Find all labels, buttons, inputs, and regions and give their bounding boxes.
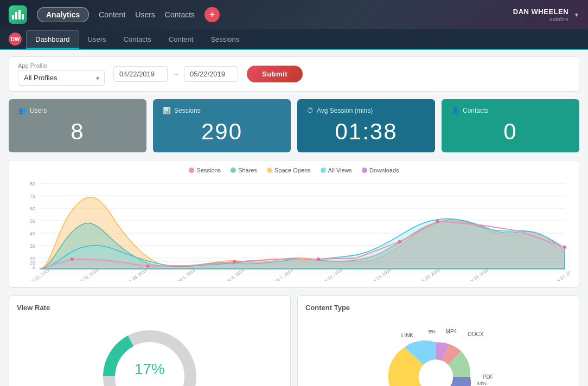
svg-text:May 22, 2019: May 22, 2019 (552, 267, 570, 281)
svg-text:40: 40 (30, 231, 35, 236)
svg-text:May 19, 2019: May 19, 2019 (465, 267, 490, 281)
content-type-svg: PDF 44% JPG 24% PNG 19% LINK 5% MP4 DOCX (351, 323, 525, 386)
date-to-input[interactable] (184, 66, 238, 82)
legend-downloads: Downloads (362, 167, 399, 173)
content-type-panel: Content Type (297, 295, 579, 386)
top-nav: Analytics Content Users Contacts + DAN W… (0, 0, 588, 29)
date-from-input[interactable] (113, 66, 168, 82)
plus-button[interactable]: + (204, 7, 220, 22)
nav-item-contacts[interactable]: Contacts (165, 10, 195, 19)
svg-text:Apr 25, 2019: Apr 25, 2019 (76, 268, 99, 281)
svg-text:50: 50 (30, 218, 35, 224)
svg-text:30: 30 (30, 243, 35, 249)
session-dot-7 (563, 246, 566, 249)
app-profile-select[interactable]: All Profiles (18, 70, 105, 86)
svg-text:Apr 28, 2019: Apr 28, 2019 (125, 268, 148, 281)
subnav-users[interactable]: Users (79, 31, 115, 49)
stat-card-users: 👥 Users 8 (9, 99, 146, 152)
label-docx: DOCX (468, 331, 484, 337)
stat-card-sessions: 📊 Sessions 290 (153, 99, 291, 152)
value-pdf: 44% (477, 381, 487, 386)
svg-text:May 13, 2019: May 13, 2019 (368, 267, 392, 281)
label-pdf: PDF (483, 374, 494, 380)
analytics-nav-button[interactable]: Analytics (37, 7, 89, 22)
main-chart-svg: 80 70 60 50 40 30 20 10 0 (18, 178, 570, 281)
subnav-dashboard[interactable]: Dashboard (26, 30, 79, 49)
svg-text:80: 80 (30, 181, 35, 186)
session-dot-5 (398, 240, 401, 243)
submit-button[interactable]: Submit (247, 66, 303, 82)
stat-value-avgsession: 01:38 (307, 119, 425, 145)
legend-label-sessions: Sessions (196, 167, 221, 173)
stat-label-contacts: 👤 Contacts (451, 107, 570, 114)
chart-svg-wrapper: 80 70 60 50 40 30 20 10 0 (18, 178, 570, 281)
legend-sessions: Sessions (189, 167, 221, 173)
legend-shares: Shares (231, 167, 257, 173)
subnav-content[interactable]: Content (160, 31, 202, 49)
legend-dot-spaceopens (267, 168, 272, 173)
users-icon: 👥 (18, 107, 27, 114)
date-range: → (113, 66, 238, 82)
main-content: App Profile All Profiles ▼ → Submit 👥 Us… (0, 50, 588, 386)
nav-item-users[interactable]: Users (135, 10, 155, 19)
date-arrow-icon: → (172, 70, 180, 79)
user-info: DAN WHEELEN salofire (513, 8, 568, 22)
svg-text:60: 60 (30, 206, 35, 211)
sub-nav-avatar: DW (9, 33, 22, 46)
legend-dot-downloads (362, 168, 367, 173)
svg-text:17%: 17% (135, 361, 165, 377)
subnav-sessions[interactable]: Sessions (202, 31, 248, 49)
legend-spaceopens: Space Opens (267, 167, 311, 173)
logo-bar-4 (22, 14, 24, 20)
session-dot-4 (317, 258, 320, 261)
user-name: DAN WHEELEN (513, 8, 568, 16)
subnav-contacts[interactable]: Contacts (115, 31, 160, 49)
session-dot-3 (233, 260, 236, 263)
legend-label-downloads: Downloads (369, 167, 399, 173)
svg-text:0: 0 (33, 265, 35, 270)
user-chevron-icon[interactable]: ▼ (574, 12, 579, 18)
svg-text:May 16, 2019: May 16, 2019 (417, 267, 441, 281)
top-nav-right: DAN WHEELEN salofire ▼ (513, 8, 579, 22)
stat-cards: 👥 Users 8 📊 Sessions 290 ⏱ Avg Session (… (9, 99, 579, 152)
logo-bars (12, 10, 24, 20)
logo-bar-2 (15, 12, 17, 20)
legend-dot-shares (231, 168, 236, 173)
donut-chart-svg: 17% (95, 323, 204, 386)
content-type-title: Content Type (305, 304, 571, 312)
legend-label-shares: Shares (238, 167, 257, 173)
chart-legend: Sessions Shares Space Opens All Views Do… (18, 167, 570, 173)
legend-dot-sessions (189, 168, 194, 173)
session-dot-2 (146, 265, 150, 268)
stat-value-contacts: 0 (451, 119, 570, 145)
logo-icon[interactable] (9, 5, 27, 24)
svg-text:70: 70 (30, 194, 35, 199)
session-dot-6 (436, 220, 439, 223)
svg-text:May 1, 2019: May 1, 2019 (174, 268, 196, 281)
stat-value-sessions: 290 (163, 119, 281, 145)
stat-label-sessions: 📊 Sessions (163, 107, 281, 114)
main-chart-area: Sessions Shares Space Opens All Views Do… (9, 160, 579, 288)
sub-nav: DW Dashboard Users Contacts Content Sess… (0, 29, 588, 50)
label-link: LINK (401, 332, 414, 338)
nav-item-content[interactable]: Content (99, 10, 125, 19)
logo-bar-1 (12, 15, 14, 20)
value-link: 5% (429, 329, 436, 334)
stat-card-contacts: 👤 Contacts 0 (442, 99, 579, 152)
sessions-icon: 📊 (163, 107, 171, 114)
pie-wrapper: PDF 44% JPG 24% PNG 19% LINK 5% MP4 DOCX (305, 317, 571, 386)
stat-label-avgsession: ⏱ Avg Session (mins) (307, 107, 425, 114)
bottom-charts: View Rate 17% Content Type (9, 295, 579, 386)
top-nav-left: Analytics Content Users Contacts + (9, 5, 220, 24)
donut-wrapper: 17% (17, 317, 283, 386)
svg-text:May 4, 2019: May 4, 2019 (222, 268, 245, 281)
app-profile-label: App Profile (18, 62, 105, 69)
view-rate-title: View Rate (17, 304, 283, 312)
filter-bar: App Profile All Profiles ▼ → Submit (9, 56, 579, 92)
logo-bar-3 (18, 10, 21, 20)
svg-text:May 7, 2019: May 7, 2019 (271, 268, 294, 281)
label-mp4: MP4 (446, 329, 457, 334)
legend-allviews: All Views (321, 167, 352, 173)
stat-label-users: 👥 Users (18, 107, 137, 114)
app-profile-filter: App Profile All Profiles ▼ (18, 62, 105, 86)
